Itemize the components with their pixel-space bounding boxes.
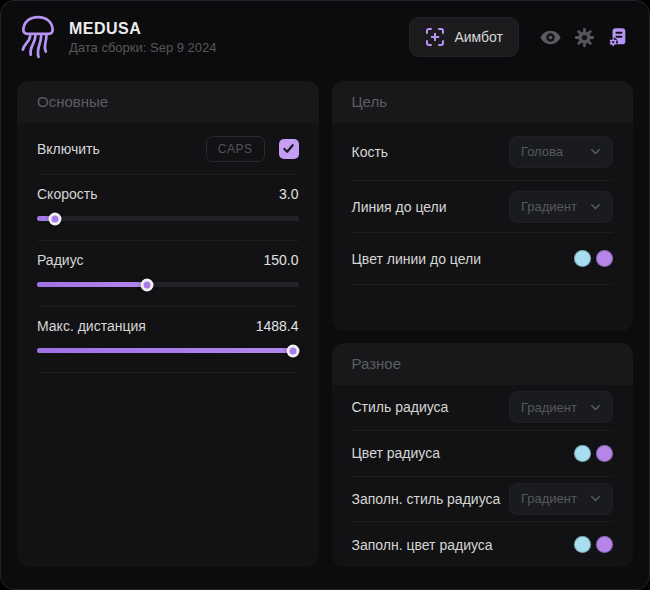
- panel-general: Основные Включить CAPS: [17, 81, 319, 567]
- slider-track[interactable]: [37, 282, 299, 287]
- bone-label: Кость: [352, 144, 389, 160]
- row-target-line-color: Цвет линии до цели: [352, 233, 614, 285]
- keybind-badge[interactable]: CAPS: [206, 136, 265, 162]
- color-swatch-cyan[interactable]: [574, 536, 591, 553]
- radius-fill-color-label: Заполн. цвет радиуса: [352, 537, 493, 553]
- chevron-down-icon: [590, 402, 601, 413]
- settings-button[interactable]: [567, 20, 601, 54]
- target-line-dropdown[interactable]: Градиент: [509, 191, 613, 223]
- bone-dropdown[interactable]: Голова: [509, 136, 613, 168]
- tab-aimbot-label: Аимбот: [454, 29, 503, 45]
- slider-maxdistance-value: 1488.4: [256, 318, 299, 334]
- crosshair-icon: [425, 27, 445, 47]
- visibility-button[interactable]: [533, 20, 567, 54]
- row-radius-color: Цвет радиуса: [352, 431, 614, 477]
- row-radius-fill-style: Заполн. стиль радиуса Градиент: [352, 477, 614, 523]
- panel-misc-header: Разное: [332, 343, 634, 385]
- content-area: Основные Включить CAPS: [1, 73, 649, 589]
- color-swatch-purple[interactable]: [596, 536, 613, 553]
- slider-maxdistance[interactable]: [37, 344, 299, 357]
- slider-thumb[interactable]: [287, 344, 300, 357]
- gear-icon: [574, 27, 595, 48]
- panel-misc: Разное Стиль радиуса Градиент Цвет р: [332, 343, 634, 567]
- tab-aimbot[interactable]: Аимбот: [409, 17, 519, 57]
- row-slider-maxdistance: Макс. дистанция 1488.4: [37, 307, 299, 373]
- target-line-color-label: Цвет линии до цели: [352, 251, 482, 267]
- color-swatch-cyan[interactable]: [574, 445, 591, 462]
- panel-misc-title: Разное: [352, 355, 402, 372]
- config-script-icon: [607, 26, 629, 48]
- slider-radius-label: Радиус: [37, 252, 84, 268]
- panel-target-title: Цель: [352, 93, 388, 110]
- color-swatch-cyan[interactable]: [574, 250, 591, 267]
- slider-radius[interactable]: [37, 278, 299, 291]
- row-target-line: Линия до цели Градиент: [352, 181, 614, 233]
- row-slider-speed: Скорость 3.0: [37, 175, 299, 241]
- build-date-label: Дата сборки: Sep 9 2024: [69, 40, 216, 55]
- slider-track[interactable]: [37, 216, 299, 221]
- slider-speed-label: Скорость: [37, 186, 97, 202]
- panel-target-header: Цель: [332, 81, 634, 123]
- radius-fill-style-dropdown-value: Градиент: [521, 491, 577, 506]
- row-slider-radius: Радиус 150.0: [37, 241, 299, 307]
- panel-general-title: Основные: [37, 93, 108, 110]
- slider-radius-value: 150.0: [263, 252, 298, 268]
- color-swatch-purple[interactable]: [596, 250, 613, 267]
- radius-style-label: Стиль радиуса: [352, 399, 449, 415]
- panel-target: Цель Кость Голова Линия до цели: [332, 81, 634, 331]
- row-enable: Включить CAPS: [37, 123, 299, 175]
- chevron-down-icon: [590, 146, 601, 157]
- slider-speed-value: 3.0: [279, 186, 298, 202]
- row-radius-style: Стиль радиуса Градиент: [352, 385, 614, 431]
- header-bar: MEDUSA Дата сборки: Sep 9 2024 Аимбот: [1, 1, 649, 73]
- jellyfish-logo-icon: [17, 14, 59, 60]
- title-block: MEDUSA Дата сборки: Sep 9 2024: [69, 20, 216, 55]
- target-line-dropdown-value: Градиент: [521, 199, 577, 214]
- slider-thumb[interactable]: [49, 212, 62, 225]
- slider-track[interactable]: [37, 348, 299, 353]
- radius-color-label: Цвет радиуса: [352, 445, 440, 461]
- panel-target-empty-space: [352, 285, 614, 331]
- checkmark-icon: [282, 142, 295, 155]
- app-title: MEDUSA: [69, 20, 216, 38]
- radius-fill-style-dropdown[interactable]: Градиент: [509, 483, 613, 515]
- panel-general-header: Основные: [17, 81, 319, 123]
- eye-icon: [539, 26, 562, 49]
- row-bone: Кость Голова: [352, 123, 614, 181]
- radius-style-dropdown[interactable]: Градиент: [509, 391, 613, 423]
- target-line-label: Линия до цели: [352, 199, 447, 215]
- slider-maxdistance-label: Макс. дистанция: [37, 318, 146, 334]
- slider-speed[interactable]: [37, 212, 299, 225]
- radius-fill-style-label: Заполн. стиль радиуса: [352, 491, 501, 507]
- enable-label: Включить: [37, 141, 100, 157]
- color-swatch-purple[interactable]: [596, 445, 613, 462]
- panel-general-empty-space: [37, 373, 299, 567]
- app-window: MEDUSA Дата сборки: Sep 9 2024 Аимбот: [0, 0, 650, 590]
- enable-checkbox[interactable]: [279, 139, 299, 159]
- configs-button[interactable]: [601, 20, 635, 54]
- bone-dropdown-value: Голова: [521, 144, 563, 159]
- chevron-down-icon: [590, 201, 601, 212]
- chevron-down-icon: [590, 493, 601, 504]
- radius-style-dropdown-value: Градиент: [521, 400, 577, 415]
- row-radius-fill-color: Заполн. цвет радиуса: [352, 522, 614, 567]
- slider-thumb[interactable]: [140, 278, 153, 291]
